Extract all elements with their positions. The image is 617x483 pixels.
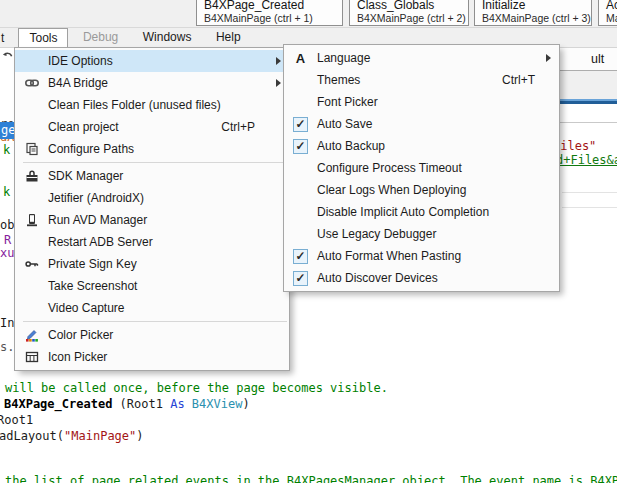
code-line: Root1: [0, 413, 33, 427]
menu-item-language[interactable]: ALanguage: [284, 47, 559, 69]
menu-item-auto-format-when-pasting[interactable]: ✓Auto Format When Pasting: [284, 245, 559, 267]
menu-item-icon-cell: ✓: [284, 249, 317, 264]
menu-item-label: Auto Save: [317, 117, 372, 131]
bookmark-bar: B4XPage_Created B4XMainPage (ctrl + 1) C…: [0, 0, 617, 28]
menu-item-icon-cell: [15, 169, 48, 183]
submenu-arrow-icon: [276, 79, 281, 87]
menu-item-label: Auto Backup: [317, 139, 385, 153]
bookmark-tab-subtitle: Main: [606, 13, 617, 24]
bookmark-tab-activity[interactable]: Acti Main: [598, 0, 617, 26]
menu-item-configure-paths[interactable]: Configure Paths: [15, 138, 289, 160]
menu-item-color-picker[interactable]: Color Picker: [15, 324, 289, 346]
menu-item-tools[interactable]: Tools: [18, 28, 68, 47]
menu-item-label: Clear Logs When Deploying: [317, 183, 466, 197]
menu-item-configure-process-timeout[interactable]: Configure Process Timeout: [284, 157, 559, 179]
code-line: adLayout("MainPage"): [0, 429, 144, 443]
menu-item-label: Themes: [317, 73, 360, 87]
divider: [562, 207, 617, 208]
menu-item-label: Auto Format When Pasting: [317, 249, 461, 263]
menu-item-label: Jetifier (AndroidX): [48, 191, 144, 205]
menu-item-ide-options[interactable]: IDE Options: [15, 50, 289, 72]
menu-item-debug[interactable]: Debug: [73, 28, 128, 47]
menu-separator: [23, 321, 287, 322]
menu-item-partial: t: [1, 31, 4, 45]
menu-item-help[interactable]: Help: [206, 28, 251, 47]
menu-item-restart-adb-server[interactable]: Restart ADB Server: [15, 231, 289, 253]
menu-item-sdk-manager[interactable]: SDK Manager: [15, 165, 289, 187]
code-token: the list of page related events in the B…: [5, 474, 617, 483]
code-token: will be called once, before the page bec…: [5, 381, 388, 395]
bookmark-tab-b4xpage-created[interactable]: B4XPage_Created B4XMainPage (ctrl + 1): [196, 0, 343, 26]
b4a-ide-window: B4XPage_Created B4XMainPage (ctrl + 1) C…: [0, 0, 617, 483]
paths-icon: [25, 142, 39, 156]
menu-item-b4a-bridge[interactable]: B4A Bridge: [15, 72, 289, 94]
tools-menu-popup: IDE OptionsB4A BridgeClean Files Folder …: [14, 47, 290, 371]
menu-item-label: Language: [317, 51, 370, 65]
menu-item-label: IDE Options: [48, 54, 113, 68]
menu-item-label: Video Capture: [48, 301, 125, 315]
submenu-arrow-icon: [546, 54, 551, 62]
menu-item-take-screenshot[interactable]: Take Screenshot: [15, 275, 289, 297]
menu-item-label: SDK Manager: [48, 169, 123, 183]
menu-item-label: Use Legacy Debugger: [317, 227, 436, 241]
right-panel-gray-band: [560, 71, 617, 99]
menu-item-jetifier-androidx[interactable]: Jetifier (AndroidX): [15, 187, 289, 209]
code-fragment: xu: [0, 247, 14, 260]
menu-item-label: B4A Bridge: [48, 76, 108, 90]
bookmark-tab-initialize[interactable]: Initialize B4XMainPage (ctrl + 3): [474, 0, 592, 26]
menu-item-clean-project[interactable]: Clean projectCtrl+P: [15, 116, 289, 138]
code-line: B4XPage_Created (Root1 As B4XView): [4, 397, 250, 411]
menu-item-icon-cell: [15, 328, 48, 342]
submenu-arrow-icon: [276, 57, 281, 65]
code-token: adLayout(: [0, 429, 64, 443]
undo-icon: [2, 50, 14, 62]
menu-item-private-sign-key[interactable]: Private Sign Key: [15, 253, 289, 275]
check-icon: ✓: [293, 139, 308, 154]
code-token: ): [136, 429, 143, 443]
key-icon: [25, 257, 39, 271]
menu-item-auto-discover-devices[interactable]: ✓Auto Discover Devices: [284, 267, 559, 289]
menu-item-disable-implicit-auto-completion[interactable]: Disable Implicit Auto Completion: [284, 201, 559, 223]
ide-options-submenu-popup: ALanguageThemesCtrl+TFont Picker✓Auto Sa…: [283, 44, 560, 292]
menu-item-icon-cell: [15, 213, 48, 227]
menu-item-run-avd-manager[interactable]: Run AVD Manager: [15, 209, 289, 231]
menu-item-themes[interactable]: ThemesCtrl+T: [284, 69, 559, 91]
bookmark-tab-class-globals[interactable]: Class_Globals B4XMainPage (ctrl + 2): [349, 0, 469, 26]
phone-icon: [25, 213, 39, 227]
menu-item-label: Restart ADB Server: [48, 235, 153, 249]
code-link-fragment[interactable]: d+Files&a: [556, 153, 617, 167]
menu-item-video-capture[interactable]: Video Capture: [15, 297, 289, 319]
check-icon: ✓: [293, 271, 308, 286]
menu-item-icon-cell: ✓: [284, 117, 317, 132]
code-token: As: [170, 397, 184, 411]
menu-item-use-legacy-debugger[interactable]: Use Legacy Debugger: [284, 223, 559, 245]
partial-tab-label[interactable]: ult: [591, 52, 604, 66]
menu-item-label: Configure Process Timeout: [317, 161, 462, 175]
menu-item-label: Private Sign Key: [48, 257, 137, 271]
right-panel-top: [560, 47, 617, 70]
menu-item-icon-cell: [15, 142, 48, 156]
menu-item-font-picker[interactable]: Font Picker: [284, 91, 559, 113]
menu-item-clear-logs-when-deploying[interactable]: Clear Logs When Deploying: [284, 179, 559, 201]
menu-item-icon-cell: [15, 257, 48, 271]
menu-item-clean-files-folder-unused-files[interactable]: Clean Files Folder (unused files): [15, 94, 289, 116]
menu-item-icon-picker[interactable]: Icon Picker: [15, 346, 289, 368]
menu-item-windows[interactable]: Windows: [133, 28, 202, 47]
menu-item-label: Configure Paths: [48, 142, 134, 156]
menu-item-shortcut: Ctrl+T: [502, 73, 535, 87]
menu-item-auto-save[interactable]: ✓Auto Save: [284, 113, 559, 135]
check-icon: ✓: [293, 249, 308, 264]
menu-item-icon-cell: [15, 350, 48, 364]
menu-item-label: Color Picker: [48, 328, 113, 342]
menu-item-auto-backup[interactable]: ✓Auto Backup: [284, 135, 559, 157]
code-token: "MainPage": [64, 429, 136, 443]
menu-item-label: Run AVD Manager: [48, 213, 147, 227]
code-token: B4XView: [192, 397, 243, 411]
link-icon: [25, 76, 39, 90]
check-icon: ✓: [293, 117, 308, 132]
menu-item-shortcut: Ctrl+P: [221, 120, 255, 134]
bookmark-tab-subtitle: B4XMainPage (ctrl + 2): [357, 13, 461, 24]
selected-list-item-fragment: ge: [0, 122, 14, 139]
code-token: ): [242, 397, 249, 411]
code-token: (Root1: [112, 397, 170, 411]
